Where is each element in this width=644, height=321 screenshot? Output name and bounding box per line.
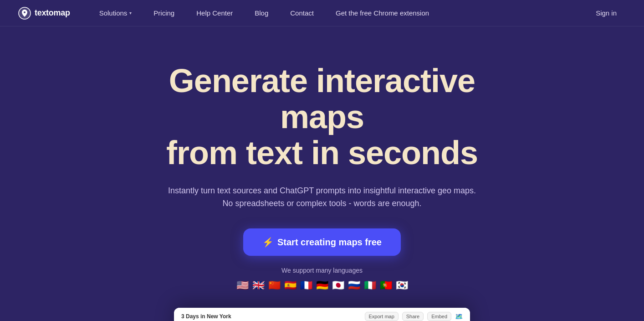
hero-section: Generate interactive maps from text in s… [0, 26, 644, 321]
cta-label: Start creating maps free [277, 237, 382, 248]
logo[interactable]: textomap [18, 7, 70, 20]
flag-jp: 🇯🇵 [332, 280, 344, 291]
flag-kr: 🇰🇷 [396, 280, 408, 291]
map-title: 3 Days in New York [181, 313, 231, 320]
map-icon: 🗺️ [455, 313, 463, 320]
flag-ru: 🇷🇺 [348, 280, 360, 291]
export-map-button[interactable]: Export map [365, 312, 399, 321]
flag-pt: 🇵🇹 [380, 280, 392, 291]
nav-pricing[interactable]: Pricing [143, 0, 185, 26]
start-creating-maps-button[interactable]: ⚡ Start creating maps free [243, 228, 401, 256]
navbar: textomap Solutions ▾ Pricing Help Center… [0, 0, 644, 26]
hero-title: Generate interactive maps from text in s… [126, 63, 518, 171]
flags-row: 🇺🇸 🇬🇧 🇨🇳 🇪🇸 🇫🇷 🇩🇪 🇯🇵 🇷🇺 🇮🇹 🇵🇹 🇰🇷 [236, 280, 408, 291]
nav-links: Solutions ▾ Pricing Help Center Blog Con… [88, 0, 587, 26]
nav-contact[interactable]: Contact [279, 0, 325, 26]
flag-de: 🇩🇪 [316, 280, 328, 291]
flag-es: 🇪🇸 [284, 280, 296, 291]
flag-cn: 🇨🇳 [268, 280, 281, 291]
map-preview: 3 Days in New York Export map Share Embe… [174, 308, 470, 321]
map-preview-bar: 3 Days in New York Export map Share Embe… [174, 308, 470, 321]
nav-chrome-extension[interactable]: Get the free Chrome extension [325, 0, 440, 26]
nav-solutions[interactable]: Solutions ▾ [88, 0, 143, 26]
flag-it: 🇮🇹 [364, 280, 376, 291]
languages-label: We support many languages [281, 267, 363, 274]
signin-link[interactable]: Sign in [587, 0, 626, 26]
nav-help-center[interactable]: Help Center [185, 0, 244, 26]
flag-fr: 🇫🇷 [300, 280, 312, 291]
flag-gb: 🇬🇧 [252, 280, 265, 291]
share-button[interactable]: Share [402, 312, 424, 321]
nav-blog[interactable]: Blog [244, 0, 279, 26]
map-actions: Export map Share Embed 🗺️ [365, 312, 463, 321]
hero-subtitle: Instantly turn text sources and ChatGPT … [168, 184, 476, 211]
logo-icon [18, 7, 31, 20]
flag-us: 🇺🇸 [236, 280, 249, 291]
chevron-down-icon: ▾ [129, 10, 132, 16]
cta-emoji: ⚡ [262, 237, 274, 248]
embed-button[interactable]: Embed [427, 312, 451, 321]
logo-text: textomap [35, 8, 70, 18]
